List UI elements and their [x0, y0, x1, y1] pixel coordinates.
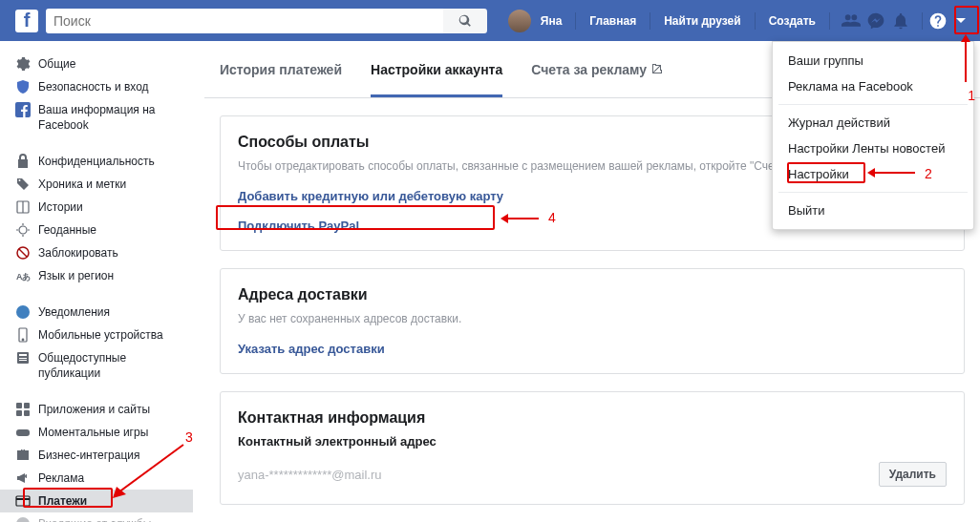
search-icon — [458, 14, 472, 28]
location-icon — [15, 222, 31, 238]
nav-create[interactable]: Создать — [759, 0, 825, 41]
sidebar-timeline[interactable]: Хроника и метки — [0, 173, 193, 196]
header: f Яна Главная Найти друзей Создать — [0, 0, 980, 41]
messenger-icon[interactable] — [864, 10, 887, 32]
contact-title: Контактная информация — [238, 409, 947, 427]
dd-your-groups[interactable]: Ваши группы — [773, 48, 973, 73]
gamepad-icon — [15, 425, 31, 440]
facebook-square-icon — [15, 102, 31, 117]
sidebar-public-posts[interactable]: Общедоступные публикации — [0, 346, 193, 385]
svg-rect-16 — [19, 358, 27, 359]
svg-rect-15 — [19, 354, 27, 356]
tab-ad-invoices[interactable]: Счета за рекламу — [531, 45, 664, 97]
language-icon: Aあ — [15, 268, 31, 283]
search-input[interactable] — [46, 9, 443, 33]
nav-find-friends[interactable]: Найти друзей — [654, 0, 750, 41]
svg-text:Aあ: Aあ — [16, 272, 31, 282]
avatar[interactable] — [508, 10, 531, 32]
dd-fb-ads[interactable]: Реклама на Facebook — [773, 73, 973, 99]
contact-card: Контактная информация Контактный электро… — [220, 391, 965, 505]
facebook-logo[interactable]: f — [15, 10, 38, 32]
sidebar-ads[interactable]: Реклама — [0, 467, 193, 490]
lock-icon — [15, 154, 31, 169]
dd-newsfeed-prefs[interactable]: Настройки Ленты новостей — [773, 136, 973, 161]
svg-point-13 — [22, 339, 24, 341]
dd-logout[interactable]: Выйти — [773, 198, 973, 223]
contact-label: Контактный электронный адрес — [238, 434, 947, 449]
card-icon — [15, 493, 31, 509]
shipping-subtitle: У вас нет сохраненных адресов доставки. — [238, 311, 947, 326]
sidebar-business[interactable]: Бизнес-интеграция — [0, 444, 193, 467]
svg-rect-20 — [16, 410, 22, 416]
sidebar-language[interactable]: AあЯзык и регион — [0, 264, 193, 287]
add-address-link[interactable]: Указать адрес доставки — [238, 342, 947, 356]
sidebar-blocking[interactable]: Заблокировать — [0, 241, 193, 264]
sidebar-notifications[interactable]: Уведомления — [0, 301, 193, 324]
svg-line-9 — [19, 249, 27, 257]
sidebar-payments[interactable]: Платежи — [0, 490, 193, 512]
external-link-icon — [652, 64, 664, 75]
block-icon — [15, 245, 31, 261]
shield-icon — [15, 79, 31, 94]
account-dropdown: Ваши группы Реклама на Facebook Журнал д… — [772, 41, 974, 230]
globe-icon — [15, 304, 31, 320]
account-dropdown-button[interactable] — [949, 10, 972, 32]
svg-point-11 — [16, 305, 30, 319]
sidebar-support[interactable]: Входящие от службы — [0, 512, 193, 522]
svg-rect-21 — [24, 410, 30, 416]
header-right: Яна Главная Найти друзей Создать — [508, 0, 980, 41]
sidebar-stories[interactable]: Истории — [0, 196, 193, 219]
sidebar-privacy[interactable]: Конфиденциальность — [0, 150, 193, 173]
sidebar: Общие Безопасность и вход Ваша информаци… — [0, 41, 197, 522]
notifications-icon[interactable] — [889, 10, 912, 32]
tag-icon — [15, 177, 31, 192]
sidebar-instant-games[interactable]: Моментальные игры — [0, 421, 193, 444]
sidebar-location[interactable]: Геоданные — [0, 219, 193, 241]
tab-account-settings[interactable]: Настройки аккаунта — [371, 45, 502, 97]
sidebar-apps[interactable]: Приложения и сайты — [0, 398, 193, 421]
apps-icon — [15, 402, 31, 417]
svg-rect-22 — [16, 496, 30, 506]
svg-rect-19 — [24, 403, 30, 408]
gear-icon — [15, 56, 31, 72]
dd-activity-log[interactable]: Журнал действий — [773, 110, 973, 136]
mobile-icon — [15, 327, 31, 343]
support-icon — [15, 516, 31, 522]
shipping-title: Адреса доставки — [238, 286, 947, 303]
shipping-card: Адреса доставки У вас нет сохраненных ад… — [220, 268, 965, 374]
feed-icon — [15, 350, 31, 365]
book-icon — [15, 199, 31, 215]
contact-email: yana-*************@mail.ru — [238, 468, 382, 482]
sidebar-mobile[interactable]: Мобильные устройства — [0, 324, 193, 346]
search-button[interactable] — [443, 9, 487, 33]
search-wrap — [46, 9, 487, 33]
svg-point-24 — [16, 517, 30, 522]
sidebar-general[interactable]: Общие — [0, 52, 193, 75]
svg-point-3 — [19, 226, 27, 234]
help-icon[interactable] — [927, 10, 949, 32]
dd-settings[interactable]: Настройки — [773, 161, 973, 187]
tab-history[interactable]: История платежей — [220, 45, 342, 97]
megaphone-icon — [15, 470, 31, 486]
svg-rect-17 — [19, 360, 27, 361]
profile-link[interactable]: Яна — [537, 0, 572, 41]
sidebar-your-info[interactable]: Ваша информация на Facebook — [0, 98, 193, 136]
nav-home[interactable]: Главная — [580, 0, 646, 41]
delete-email-button[interactable]: Удалить — [879, 462, 947, 487]
friends-icon[interactable] — [840, 10, 863, 32]
briefcase-icon — [15, 448, 31, 463]
sidebar-security[interactable]: Безопасность и вход — [0, 75, 193, 98]
svg-rect-18 — [16, 403, 22, 408]
